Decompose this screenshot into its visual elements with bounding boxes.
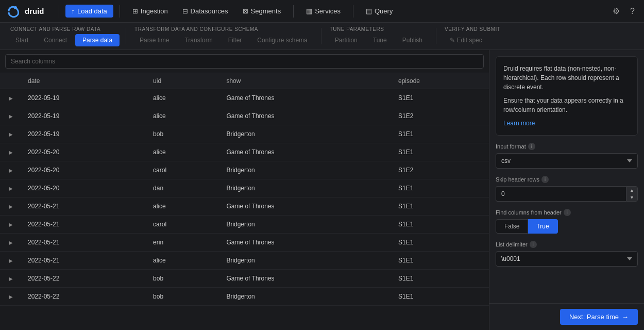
skip-header-rows-increment[interactable]: ▲ [626, 187, 637, 194]
settings-button[interactable]: ⚙ [609, 4, 623, 18]
wizard-sep-1 [126, 28, 126, 44]
row-expand-button[interactable]: ▶ [6, 93, 15, 103]
date-col-header: date [22, 73, 147, 89]
help-button[interactable]: ? [627, 5, 638, 18]
date-cell: 2022-05-20 [22, 143, 147, 161]
episode-cell: S1E1 [392, 270, 489, 288]
show-cell: Bridgerton [220, 216, 392, 234]
datasources-nav-button[interactable]: ⊟ Datasources [176, 5, 234, 18]
query-label: Query [375, 7, 393, 15]
date-cell: 2022-05-21 [22, 197, 147, 216]
tab-tune[interactable]: Tune [366, 34, 394, 46]
learn-more-link[interactable]: Learn more [503, 120, 535, 127]
skip-header-rows-section: Skip header rows i ▲ ▼ [489, 169, 644, 202]
episode-cell: S1E1 [392, 288, 489, 306]
uid-cell: alice [147, 143, 220, 161]
segments-icon: ⊠ [243, 7, 248, 15]
find-columns-info-icon[interactable]: i [564, 209, 571, 216]
wizard-group-connect-label: Connect and parse raw data [8, 26, 120, 32]
wizard-tabs-transform: Parse time Transform Filter Configure sc… [132, 34, 315, 46]
show-cell: Game of Thrones [220, 234, 392, 252]
nav-divider-2 [120, 5, 120, 18]
query-nav-button[interactable]: ▤ Query [360, 5, 399, 18]
row-expand-button[interactable]: ▶ [6, 220, 15, 229]
ingestion-label: Ingestion [141, 7, 168, 15]
episode-cell: S1E2 [392, 107, 489, 125]
table-row: ▶ 2022-05-22 bob Game of Thrones S1E1 [0, 270, 489, 288]
episode-cell: S1E1 [392, 143, 489, 161]
next-button[interactable]: Next: Parse time → [560, 309, 638, 325]
segments-nav-button[interactable]: ⊠ Segments [236, 5, 287, 18]
list-delimiter-info-icon[interactable]: i [530, 241, 537, 248]
uid-cell: alice [147, 107, 220, 125]
tab-transform[interactable]: Transform [177, 34, 219, 46]
input-format-section: Input format i csv json tsv parquet orc [489, 136, 644, 169]
row-expand-button[interactable]: ▶ [6, 111, 15, 121]
skip-header-rows-decrement[interactable]: ▼ [626, 194, 637, 201]
row-expand-button[interactable]: ▶ [6, 292, 15, 301]
expand-cell: ▶ [0, 288, 22, 306]
row-expand-button[interactable]: ▶ [6, 238, 15, 247]
row-expand-button[interactable]: ▶ [6, 202, 15, 211]
tab-configure-schema[interactable]: Configure schema [250, 34, 314, 46]
skip-header-rows-spinner: ▲ ▼ [626, 186, 638, 202]
tab-publish[interactable]: Publish [395, 34, 430, 46]
tab-start[interactable]: Start [8, 34, 36, 46]
edit-spec-icon: ✎ [450, 37, 455, 44]
date-cell: 2022-05-20 [22, 161, 147, 179]
datasources-label: Datasources [191, 7, 228, 15]
wizard-group-transform-label: Transform data and configure schema [132, 26, 315, 32]
input-format-label: Input format i [496, 143, 638, 150]
date-cell: 2022-05-22 [22, 288, 147, 306]
wizard-group-verify-label: Verify and submit [443, 26, 500, 32]
input-format-info-icon[interactable]: i [528, 143, 535, 150]
tab-parse-data[interactable]: Parse data [75, 34, 120, 46]
show-cell: Game of Thrones [220, 197, 392, 216]
expand-cell: ▶ [0, 252, 22, 270]
row-expand-button[interactable]: ▶ [6, 129, 15, 139]
services-label: Services [315, 7, 341, 15]
row-expand-button[interactable]: ▶ [6, 256, 15, 265]
table-row: ▶ 2022-05-21 alice Game of Thrones S1E1 [0, 197, 489, 216]
load-data-label: Load data [77, 7, 107, 15]
skip-header-rows-info-icon[interactable]: i [541, 176, 549, 183]
tab-edit-spec[interactable]: ✎ Edit spec [443, 34, 489, 46]
tab-filter[interactable]: Filter [221, 34, 249, 46]
find-columns-false-button[interactable]: False [496, 219, 528, 234]
wizard-steps: Connect and parse raw data Start Connect… [8, 23, 636, 50]
services-nav-button[interactable]: ▦ Services [300, 5, 347, 18]
row-expand-button[interactable]: ▶ [6, 274, 15, 283]
expand-cell: ▶ [0, 197, 22, 216]
uid-cell: bob [147, 288, 220, 306]
wizard-sep-3 [436, 28, 436, 44]
tab-parse-time[interactable]: Parse time [132, 34, 176, 46]
table-row: ▶ 2022-05-21 alice Bridgerton S1E1 [0, 252, 489, 270]
info-box: Druid requires flat data (non-nested, no… [496, 56, 638, 136]
show-cell: Game of Thrones [220, 89, 392, 107]
table-row: ▶ 2022-05-19 alice Game of Thrones S1E1 [0, 89, 489, 107]
tab-partition[interactable]: Partition [328, 34, 365, 46]
tab-connect[interactable]: Connect [37, 34, 74, 46]
uid-cell: alice [147, 252, 220, 270]
row-expand-button[interactable]: ▶ [6, 184, 15, 193]
expand-col-header [0, 73, 22, 89]
list-delimiter-select[interactable]: \u0001 [496, 251, 638, 267]
find-columns-true-button[interactable]: True [528, 219, 557, 234]
next-button-label: Next: Parse time [569, 313, 619, 321]
row-expand-button[interactable]: ▶ [6, 147, 15, 157]
row-expand-button[interactable]: ▶ [6, 166, 15, 175]
wizard-tabs-verify: ✎ Edit spec [443, 34, 500, 46]
date-cell: 2022-05-22 [22, 270, 147, 288]
input-format-select[interactable]: csv json tsv parquet orc [496, 153, 638, 169]
uid-cell: alice [147, 197, 220, 216]
show-cell: Bridgerton [220, 125, 392, 143]
load-data-button[interactable]: ↑ Load data [65, 5, 113, 18]
nav-divider [59, 5, 59, 18]
date-cell: 2022-05-21 [22, 216, 147, 234]
table-row: ▶ 2022-05-20 dan Bridgerton S1E1 [0, 179, 489, 197]
show-cell: Game of Thrones [220, 107, 392, 125]
skip-header-rows-input[interactable] [496, 186, 626, 202]
search-input[interactable] [5, 54, 484, 69]
ingestion-nav-button[interactable]: ⊞ Ingestion [126, 5, 174, 18]
date-cell: 2022-05-21 [22, 252, 147, 270]
